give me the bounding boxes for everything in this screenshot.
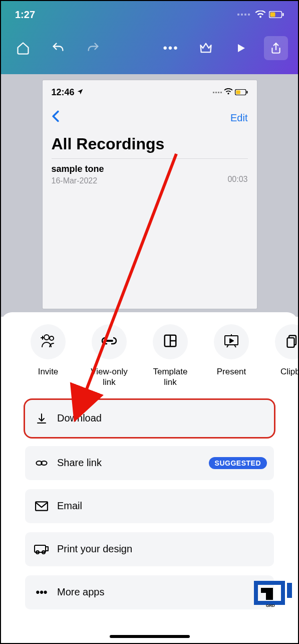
svg-point-6 <box>44 335 49 340</box>
play-button[interactable] <box>229 36 253 60</box>
link-icon <box>101 336 117 348</box>
email-icon <box>34 501 49 511</box>
more-icon: ••• <box>34 586 49 599</box>
share-link-icon <box>34 459 49 468</box>
undo-button[interactable] <box>46 36 70 60</box>
email-row[interactable]: Email <box>25 489 274 523</box>
invite-label: Invite <box>38 366 59 377</box>
view-only-link-label: View-only link <box>86 366 132 388</box>
present-option[interactable]: Present <box>208 324 254 388</box>
share-top-row[interactable]: Invite View-only link Template link Pres… <box>1 324 298 388</box>
invite-icon <box>40 333 57 350</box>
canvas-area: 12:46 Edit All Recordings <box>1 74 298 317</box>
present-label: Present <box>217 366 246 377</box>
template-icon <box>163 333 178 350</box>
svg-rect-17 <box>287 338 294 347</box>
print-icon <box>34 544 49 555</box>
present-icon <box>223 333 239 350</box>
print-row[interactable]: Print your design <box>25 532 274 566</box>
svg-rect-21 <box>36 502 48 510</box>
cellular-icon <box>237 14 250 16</box>
battery-icon <box>269 11 284 18</box>
share-link-label: Share link <box>57 457 102 469</box>
view-only-link-option[interactable]: View-only link <box>86 324 132 388</box>
template-link-label: Template link <box>147 366 193 388</box>
status-right <box>237 11 284 19</box>
watermark-logo: GRD <box>251 573 296 608</box>
wifi-icon <box>255 11 266 19</box>
toolbar: ••• <box>11 28 288 68</box>
clipboard-label: Clipbo <box>280 366 298 377</box>
svg-rect-2 <box>282 13 284 16</box>
print-label: Print your design <box>57 543 132 555</box>
home-button[interactable] <box>11 36 35 60</box>
more-button[interactable]: ••• <box>159 36 183 60</box>
crown-button[interactable] <box>194 36 218 60</box>
svg-point-7 <box>50 336 54 340</box>
invite-option[interactable]: Invite <box>25 324 71 388</box>
svg-text:GRD: GRD <box>266 603 275 608</box>
template-link-option[interactable]: Template link <box>147 324 193 388</box>
download-row[interactable]: Download <box>25 400 274 437</box>
email-label: Email <box>57 500 82 512</box>
svg-rect-27 <box>287 583 292 598</box>
status-bar: 1:27 <box>11 1 288 28</box>
more-apps-label: More apps <box>57 586 105 598</box>
share-link-row[interactable]: Share link SUGGESTED <box>25 446 274 480</box>
download-icon <box>34 412 49 424</box>
svg-rect-8 <box>105 340 113 342</box>
download-label: Download <box>57 412 102 424</box>
svg-rect-1 <box>270 13 275 17</box>
status-time: 1:27 <box>15 9 35 21</box>
app-header: 1:27 ••• <box>1 1 298 74</box>
home-indicator[interactable] <box>110 635 190 638</box>
clipboard-option[interactable]: Clipbo <box>269 324 298 388</box>
redo-button[interactable] <box>81 36 105 60</box>
more-apps-row[interactable]: ••• More apps <box>25 575 274 609</box>
suggested-badge: SUGGESTED <box>209 457 267 469</box>
clipboard-icon <box>285 333 298 350</box>
share-button[interactable] <box>264 36 288 60</box>
